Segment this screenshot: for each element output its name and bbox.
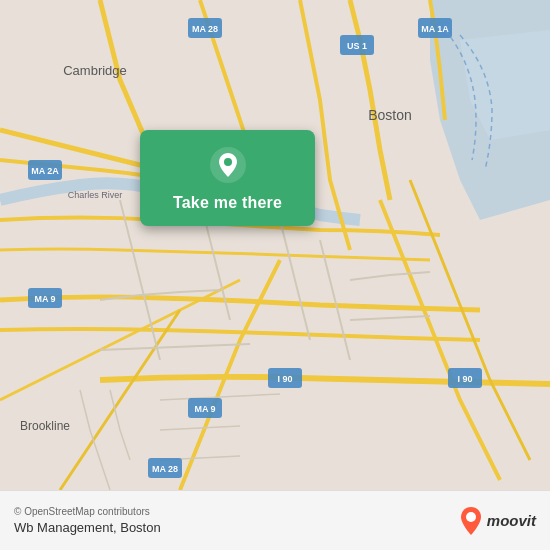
svg-text:MA 28: MA 28 xyxy=(192,24,218,34)
svg-text:I 90: I 90 xyxy=(277,374,292,384)
svg-point-27 xyxy=(466,512,476,522)
map-container: MA 2A MA 28 US 1 MA 1A MA 9 MA 9 MA 28 I… xyxy=(0,0,550,490)
bottom-bar: © OpenStreetMap contributors Wb Manageme… xyxy=(0,490,550,550)
moovit-wordmark: moovit xyxy=(487,512,536,529)
action-card: Take me there xyxy=(140,130,315,226)
bottom-left-info: © OpenStreetMap contributors Wb Manageme… xyxy=(14,506,161,535)
svg-text:MA 1A: MA 1A xyxy=(421,24,449,34)
svg-text:MA 9: MA 9 xyxy=(34,294,55,304)
svg-text:MA 28: MA 28 xyxy=(152,464,178,474)
svg-text:MA 9: MA 9 xyxy=(194,404,215,414)
location-pin-icon xyxy=(209,146,247,184)
svg-text:Cambridge: Cambridge xyxy=(63,63,127,78)
moovit-logo[interactable]: moovit xyxy=(460,507,536,535)
svg-point-26 xyxy=(224,158,232,166)
svg-text:US 1: US 1 xyxy=(347,41,367,51)
svg-text:Charles River: Charles River xyxy=(68,190,123,200)
take-me-there-button[interactable]: Take me there xyxy=(173,194,282,212)
location-name: Wb Management, Boston xyxy=(14,520,161,535)
svg-text:Boston: Boston xyxy=(368,107,412,123)
copyright-text: © OpenStreetMap contributors xyxy=(14,506,161,517)
svg-text:MA 2A: MA 2A xyxy=(31,166,59,176)
svg-text:I 90: I 90 xyxy=(457,374,472,384)
moovit-pin-icon xyxy=(460,507,482,535)
svg-text:Brookline: Brookline xyxy=(20,419,70,433)
